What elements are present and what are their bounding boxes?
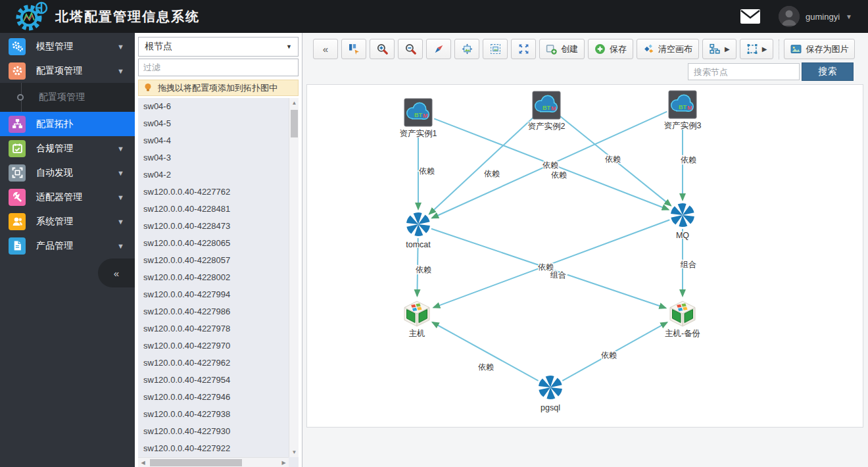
chevrons-left-icon: « xyxy=(114,268,119,279)
list-item[interactable]: sw120.0.0.40-4228481 xyxy=(138,201,289,218)
list-item[interactable]: sw04-6 xyxy=(138,98,289,115)
topology-node-hostbk[interactable]: 主机-备份 xyxy=(665,301,700,338)
topology-node-tomcat[interactable]: tomcat xyxy=(406,212,431,249)
sidebar-item-adapter-management[interactable]: 适配器管理 ▼ xyxy=(0,185,135,209)
sidebar-item-model-management[interactable]: 模型管理 ▼ xyxy=(0,34,135,59)
sidebar-subitem-ci-management[interactable]: 配置项管理 xyxy=(0,85,135,110)
layout-mode-button[interactable]: ▶ xyxy=(702,39,736,59)
sidebar-collapse-button[interactable]: « xyxy=(98,258,135,287)
create-icon xyxy=(546,43,557,55)
layout-mode-icon xyxy=(709,43,721,55)
sidebar-item-ci-management[interactable]: 配置项管理 ▼ xyxy=(0,59,135,83)
vertical-scrollbar[interactable]: ▲ ▼ xyxy=(289,98,299,457)
chevron-down-icon: ▼ xyxy=(846,13,852,20)
list-item[interactable]: sw120.0.0.40-4228065 xyxy=(138,235,289,252)
list-item[interactable]: sw120.0.0.40-4227946 xyxy=(138,389,289,406)
chevron-down-icon: ▼ xyxy=(117,169,124,177)
topology-node-mq[interactable]: MQ xyxy=(671,203,694,240)
list-item[interactable]: sw120.0.0.40-4227762 xyxy=(138,184,289,201)
topology-node-asset2[interactable]: BT M资产实例2 xyxy=(528,91,566,131)
sidebar-item-label: 自动发现 xyxy=(36,167,73,179)
fit-image-button[interactable] xyxy=(454,39,479,59)
sidebar-item-config-topology[interactable]: 配置拓扑 xyxy=(0,112,135,136)
root-node-select[interactable]: 根节点 ▼ xyxy=(138,37,299,57)
save-button[interactable]: 保存 xyxy=(588,39,633,59)
list-item[interactable]: sw04-4 xyxy=(138,132,289,149)
chevron-down-icon: ▼ xyxy=(117,145,124,153)
node-label: 主机 xyxy=(409,329,425,338)
scroll-right-icon[interactable]: ▶ xyxy=(279,458,289,467)
list-item[interactable]: sw120.0.0.40-4227986 xyxy=(138,303,289,320)
sidebar-item-system-management[interactable]: 系统管理 ▼ xyxy=(0,209,135,234)
sidebar-item-label: 合规管理 xyxy=(36,143,73,155)
drag-hint-text: 拖拽以将配置项添加到拓扑图中 xyxy=(158,82,277,94)
list-item[interactable]: sw120.0.0.40-4227922 xyxy=(138,440,289,457)
expand-fullscreen-button[interactable] xyxy=(511,39,536,59)
topology-node-asset3[interactable]: BT M资产实例3 xyxy=(664,91,702,130)
list-item[interactable]: sw04-5 xyxy=(138,115,289,132)
mail-button[interactable] xyxy=(739,8,761,25)
topology-edge[interactable] xyxy=(429,117,534,214)
scroll-up-icon[interactable]: ▲ xyxy=(289,98,299,108)
center-image-button[interactable] xyxy=(483,39,508,59)
save-plus-icon xyxy=(594,43,606,55)
sidebar-submenu: 配置项管理 xyxy=(0,83,135,112)
clear-canvas-button[interactable]: 清空画布 xyxy=(637,39,699,59)
list-item[interactable]: sw120.0.0.40-4228002 xyxy=(138,269,289,286)
user-menu[interactable]: gumingyi ▼ xyxy=(779,6,852,27)
list-item[interactable]: sw120.0.0.40-4228473 xyxy=(138,218,289,235)
list-item[interactable]: sw04-3 xyxy=(138,149,289,166)
node-label: 资产实例3 xyxy=(664,121,702,130)
save-as-image-button[interactable]: 保存为图片 xyxy=(784,39,855,59)
filter-input[interactable] xyxy=(138,59,299,76)
scroll-down-icon[interactable]: ▼ xyxy=(289,447,299,457)
horizontal-scroll-thumb[interactable] xyxy=(150,459,242,466)
edge-label: 依赖 xyxy=(478,362,494,372)
sidebar-item-auto-discovery[interactable]: 自动发现 ▼ xyxy=(0,160,135,185)
topology-edge[interactable] xyxy=(433,322,539,381)
gear-icon xyxy=(9,62,26,80)
sidebar-item-label: 适配器管理 xyxy=(36,191,82,203)
horizontal-scrollbar[interactable]: ◀ ▶ xyxy=(138,457,289,467)
ci-list: sw04-6 sw04-5 sw04-4 sw04-3 sw04-2 sw120… xyxy=(138,98,289,457)
list-item[interactable]: sw120.0.0.40-4227970 xyxy=(138,337,289,355)
topology-node-asset1[interactable]: BT M资产实例1 xyxy=(400,99,437,138)
navigate-compass-button[interactable] xyxy=(426,39,451,59)
center-image-icon xyxy=(490,43,501,55)
sidebar-item-label: 配置项管理 xyxy=(36,65,82,77)
zoom-out-button[interactable] xyxy=(398,39,423,59)
list-item[interactable]: sw120.0.0.40-4227978 xyxy=(138,320,289,337)
list-item[interactable]: sw120.0.0.40-4227954 xyxy=(138,372,289,389)
select-mode-button[interactable]: ▶ xyxy=(740,39,774,59)
list-item[interactable]: sw04-2 xyxy=(138,166,289,184)
topology-canvas[interactable]: 依赖依赖依赖依赖依赖依赖依赖依赖组合组合依赖依赖 BT M资产实例1 BT M资… xyxy=(306,84,863,428)
hierarchy-icon xyxy=(349,43,360,55)
expand-arrows-icon xyxy=(518,43,529,55)
sidebar-item-product-management[interactable]: 产品管理 ▼ xyxy=(0,234,135,258)
hierarchy-layout-button[interactable] xyxy=(341,39,366,59)
list-item[interactable]: sw120.0.0.40-4228057 xyxy=(138,252,289,269)
list-item[interactable]: sw120.0.0.40-4227930 xyxy=(138,423,289,440)
list-item[interactable]: sw120.0.0.40-4227994 xyxy=(138,286,289,303)
node-label: 主机-备份 xyxy=(665,329,700,338)
zoom-in-button[interactable] xyxy=(370,39,395,59)
list-item[interactable]: sw120.0.0.40-4227938 xyxy=(138,406,289,423)
list-item[interactable]: sw120.0.0.40-4227962 xyxy=(138,355,289,372)
search-button[interactable]: 搜索 xyxy=(802,62,854,81)
zoom-out-icon xyxy=(405,43,416,55)
sidebar-item-compliance-management[interactable]: 合规管理 ▼ xyxy=(0,136,135,160)
avatar xyxy=(779,6,800,27)
collapse-panel-button[interactable]: « xyxy=(313,39,338,59)
svg-text:M: M xyxy=(423,112,428,119)
search-input[interactable] xyxy=(688,63,800,80)
users-icon xyxy=(9,213,26,230)
topology-node-pgsql[interactable]: pgsql xyxy=(539,376,562,412)
ci-list-container: sw04-6 sw04-5 sw04-4 sw04-3 sw04-2 sw120… xyxy=(138,98,299,467)
topology-node-host[interactable]: 主机 xyxy=(404,301,429,338)
create-button[interactable]: 创建 xyxy=(539,39,585,59)
ci-tree-panel: 根节点 ▼ 拖拽以将配置项添加到拓扑图中 sw04-6 sw04-5 sw04-… xyxy=(135,33,302,467)
fit-image-icon xyxy=(462,43,473,55)
edge-label: 依赖 xyxy=(484,169,500,178)
vertical-scroll-thumb[interactable] xyxy=(291,110,298,137)
scroll-left-icon[interactable]: ◀ xyxy=(138,458,148,467)
